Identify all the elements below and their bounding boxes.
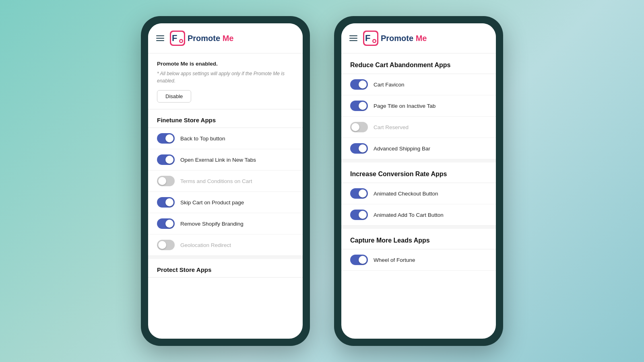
status-note: * All below apps settings will apply onl…: [157, 70, 294, 84]
left-phone-content: Promote Me is enabled. * All below apps …: [148, 53, 303, 339]
logo: F Promote Me: [170, 31, 233, 46]
right-phone-content: Reduce Cart Abandonment Apps Cart Favico…: [341, 53, 496, 339]
left-phone: F Promote Me Promote Me is enabled. * Al…: [141, 16, 310, 346]
logo-icon: F: [170, 31, 185, 46]
cart-favicon-label: Cart Favicon: [374, 82, 405, 88]
list-item: Page Title on Inactive Tab: [341, 95, 496, 117]
disable-button[interactable]: Disable: [157, 90, 191, 103]
right-logo-text: Promote Me: [381, 34, 427, 43]
skip-cart-toggle[interactable]: [157, 197, 175, 208]
section-separator: [148, 256, 303, 259]
back-to-top-toggle[interactable]: [157, 133, 175, 144]
section-separator-1: [341, 159, 496, 162]
remove-shopify-toggle[interactable]: [157, 218, 175, 229]
cart-reserved-toggle[interactable]: [350, 122, 368, 132]
list-item: Skip Cart on Product page: [148, 192, 303, 213]
list-item: Animated Add To Cart Button: [341, 204, 496, 226]
terms-conditions-label: Terms and Conditions on Cart: [180, 178, 252, 184]
animated-add-to-cart-label: Animated Add To Cart Button: [374, 212, 444, 218]
status-banner: Promote Me is enabled. * All below apps …: [148, 53, 303, 109]
cart-favicon-toggle[interactable]: [350, 79, 368, 90]
conversion-section-title: Increase Conversion Rate Apps: [341, 162, 496, 183]
svg-text:F: F: [365, 33, 370, 43]
finetune-section-title: Finetune Store Apps: [148, 109, 303, 128]
svg-point-4: [180, 40, 182, 42]
right-phone-header: F Promote Me: [341, 23, 496, 53]
animated-checkout-toggle[interactable]: [350, 188, 368, 199]
list-item: Wheel of Fortune: [341, 249, 496, 271]
animated-checkout-label: Animated Checkout Button: [374, 191, 438, 197]
svg-point-9: [374, 40, 376, 42]
list-item: Terms and Conditions on Cart: [148, 171, 303, 192]
logo-text: Promote Me: [188, 34, 233, 43]
left-phone-header: F Promote Me: [148, 23, 303, 53]
right-logo-icon: F: [363, 31, 378, 46]
hamburger-menu-icon[interactable]: [156, 35, 164, 41]
page-title-toggle[interactable]: [350, 101, 368, 111]
left-phone-screen: F Promote Me Promote Me is enabled. * Al…: [148, 23, 303, 339]
list-item: Back to Top button: [148, 128, 303, 149]
remove-shopify-label: Remove Shopify Branding: [180, 221, 244, 227]
reduce-section-title: Reduce Cart Abandonment Apps: [341, 53, 496, 74]
right-hamburger-menu-icon[interactable]: [349, 35, 357, 41]
cart-reserved-label: Cart Reserved: [374, 124, 409, 130]
list-item: Remove Shopify Branding: [148, 213, 303, 234]
wheel-of-fortune-toggle[interactable]: [350, 255, 368, 265]
wheel-of-fortune-label: Wheel of Fortune: [374, 257, 415, 263]
list-item: Cart Favicon: [341, 74, 496, 95]
geolocation-label: Geolocation Redirect: [180, 242, 231, 248]
svg-text:F: F: [172, 33, 177, 43]
geolocation-toggle[interactable]: [157, 240, 175, 250]
page-title-label: Page Title on Inactive Tab: [374, 103, 436, 109]
list-item: Cart Reserved: [341, 117, 496, 138]
right-phone: F Promote Me Reduce Cart Abandonment App…: [334, 16, 503, 346]
list-item: Open Exernal Link in New Tabs: [148, 149, 303, 171]
open-external-label: Open Exernal Link in New Tabs: [180, 157, 256, 163]
leads-section-title: Capture More Leads Apps: [341, 229, 496, 249]
terms-conditions-toggle[interactable]: [157, 176, 175, 186]
section-separator-2: [341, 226, 496, 229]
animated-add-to-cart-toggle[interactable]: [350, 210, 368, 220]
list-item: Advanced Shipping Bar: [341, 138, 496, 159]
protect-section-title: Protect Store Apps: [148, 259, 303, 278]
status-enabled-text: Promote Me is enabled.: [157, 61, 294, 67]
right-logo: F Promote Me: [363, 31, 427, 46]
advanced-shipping-toggle[interactable]: [350, 143, 368, 154]
right-phone-screen: F Promote Me Reduce Cart Abandonment App…: [341, 23, 496, 339]
skip-cart-label: Skip Cart on Product page: [180, 200, 244, 206]
open-external-toggle[interactable]: [157, 154, 175, 165]
list-item: Animated Checkout Button: [341, 183, 496, 204]
back-to-top-label: Back to Top button: [180, 136, 225, 142]
list-item: Geolocation Redirect: [148, 234, 303, 256]
advanced-shipping-label: Advanced Shipping Bar: [374, 146, 430, 152]
